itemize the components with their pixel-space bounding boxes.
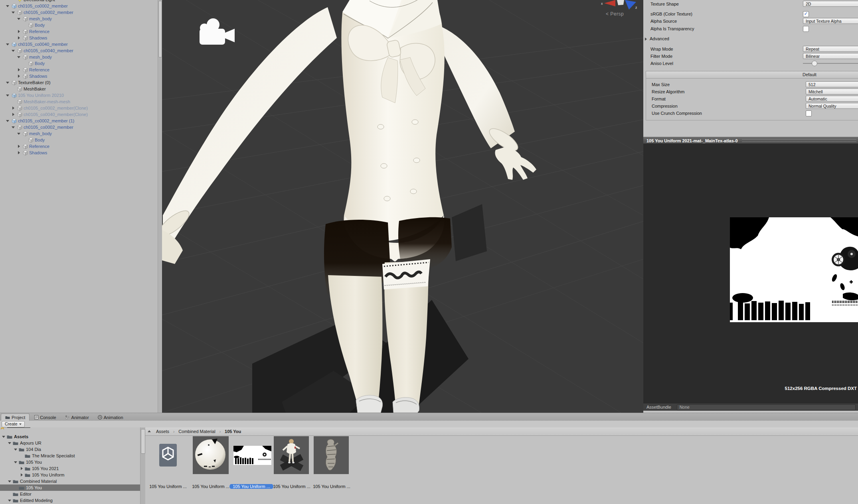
dropdown-compression[interactable]: Normal Quality: [806, 103, 858, 109]
project-folder-assets[interactable]: Assets: [0, 433, 142, 440]
hierarchy-item-directional-light[interactable]: Directional Light: [0, 0, 162, 3]
hierarchy-item-ch0105-co0002-member[interactable]: ch0105_co0002_member: [0, 3, 162, 9]
setting-label[interactable]: Advanced: [650, 36, 669, 41]
collapse-arrow-icon[interactable]: [146, 429, 152, 434]
project-folder-combined-material[interactable]: Combined Material: [0, 478, 145, 484]
asset-thumbnail-mesh-figure[interactable]: [314, 436, 349, 475]
asset-label[interactable]: 105 You Uniform ...: [146, 484, 190, 489]
expander-closed-icon[interactable]: [17, 36, 21, 40]
tab-console[interactable]: Console: [30, 414, 60, 421]
scene-view[interactable]: x z < Persp: [162, 0, 643, 413]
perspective-label[interactable]: < Persp: [606, 11, 624, 17]
hierarchy-item-ch0105-co0002-member-clone-[interactable]: ch0105_co0002_member(Clone): [0, 105, 162, 111]
scene-viewport[interactable]: x z: [162, 0, 643, 413]
favorites-item-clipped[interactable]: [0, 427, 30, 430]
dropdown-alpha-source[interactable]: Input Texture Alpha: [803, 18, 858, 24]
hierarchy-item-body[interactable]: Body: [0, 137, 162, 143]
checkbox-alpha-is-transparency[interactable]: [803, 26, 809, 32]
hierarchy-item-body[interactable]: Body: [0, 60, 162, 67]
asset-label[interactable]: 105 You Uniform ...: [270, 484, 314, 489]
expander-open-icon[interactable]: [8, 498, 12, 502]
project-folder-105-you-2021[interactable]: 105 You 2021: [0, 465, 145, 472]
tab-project[interactable]: Project: [1, 413, 30, 421]
expander-closed-icon[interactable]: [20, 467, 24, 471]
hierarchy-item-texturebaker-0-[interactable]: TextureBaker (0): [0, 79, 162, 86]
expander-closed-icon[interactable]: [17, 151, 21, 155]
hierarchy-item-mesh-body[interactable]: mesh_body: [0, 16, 162, 22]
expander-closed-icon[interactable]: [20, 473, 24, 477]
hierarchy-item-body[interactable]: Body: [0, 22, 162, 28]
hierarchy-item-reference[interactable]: Reference: [0, 67, 162, 73]
hierarchy-item-reference[interactable]: Reference: [0, 28, 162, 35]
expander-closed-icon[interactable]: [17, 68, 21, 72]
asset-label[interactable]: 105 You Uniform ...: [310, 484, 354, 489]
hierarchy-item-reference[interactable]: Reference: [0, 143, 162, 150]
scrollbar-thumb[interactable]: [158, 1, 162, 57]
hierarchy-item-meshbaker[interactable]: MeshBaker: [0, 86, 162, 92]
project-folder-105-you[interactable]: 105 You: [0, 459, 145, 465]
expander-open-icon[interactable]: [11, 10, 15, 14]
expander-open-icon[interactable]: [6, 4, 10, 8]
hierarchy-item-shadows[interactable]: Shadows: [0, 35, 162, 41]
preview-drag-handle[interactable]: [742, 139, 856, 142]
hierarchy-item-ch0105-co0040-member[interactable]: ch0105_co0040_member: [0, 47, 162, 54]
expander-open-icon[interactable]: [17, 17, 21, 21]
expander-open-icon[interactable]: [8, 479, 12, 483]
slider-track[interactable]: [803, 63, 858, 64]
expander-closed-icon[interactable]: [17, 74, 21, 78]
expander-open-icon[interactable]: [14, 460, 18, 464]
expander-closed-icon[interactable]: [17, 30, 21, 33]
scrollbar-thumb[interactable]: [141, 429, 145, 454]
breadcrumb-item-assets[interactable]: Assets: [156, 429, 169, 434]
preview-header[interactable]: 105 You Uniform 2021-mat-_MainTex-atlas-…: [643, 137, 858, 144]
asset-thumbnail-unity-asset[interactable]: [159, 444, 177, 467]
expander-open-icon[interactable]: [11, 49, 15, 53]
asset-label[interactable]: 105 You Uniform ...: [189, 484, 233, 489]
hierarchy-item-ch0105-co0002-member[interactable]: ch0105_co0002_member: [0, 9, 162, 16]
expander-open-icon[interactable]: [6, 93, 10, 97]
project-folder-aqours-ur[interactable]: Aqours UR: [0, 440, 145, 446]
dropdown-format[interactable]: Automatic: [806, 96, 858, 102]
expander-open-icon[interactable]: [11, 125, 15, 129]
asset-thumbnail-prefab-model[interactable]: [274, 436, 309, 475]
expander-open-icon[interactable]: [14, 447, 18, 451]
asset-thumbnail-material-sphere[interactable]: [193, 436, 229, 475]
project-folder-the-miracle-specialist[interactable]: The Miracle Specialist: [0, 453, 145, 459]
hierarchy-item-ch0105-co0040-member-clone-[interactable]: ch0105_co0040_member(Clone): [0, 111, 162, 118]
hierarchy-item-shadows[interactable]: Shadows: [0, 73, 162, 79]
foldout-arrow-icon[interactable]: [645, 37, 647, 41]
expander-open-icon[interactable]: [6, 119, 10, 123]
project-folder-editor[interactable]: Editor: [0, 491, 145, 497]
hierarchy-item-meshbaker-mesh-mesh[interactable]: MeshBaker-mesh-mesh: [0, 98, 162, 105]
slider-knob[interactable]: [812, 61, 817, 66]
asset-label[interactable]: 105 You Uniform ...: [229, 484, 273, 489]
dropdown-max-size[interactable]: 512: [806, 81, 858, 87]
checkbox-use-crunch-compression[interactable]: [806, 110, 812, 116]
expander-open-icon[interactable]: [8, 441, 12, 445]
hierarchy-item-mesh-body[interactable]: mesh_body: [0, 54, 162, 60]
tab-animator[interactable]: Animator: [61, 414, 93, 421]
create-button[interactable]: Create: [2, 421, 25, 427]
expander-open-icon[interactable]: [17, 55, 21, 59]
project-tree-scrollbar[interactable]: [140, 427, 145, 504]
breadcrumb-item-105-you[interactable]: 105 You: [225, 429, 241, 434]
dropdown-wrap-mode[interactable]: Repeat: [803, 46, 858, 52]
platform-tab-default[interactable]: Default: [803, 72, 816, 77]
expander-closed-icon[interactable]: [11, 112, 15, 116]
hierarchy-item-mesh-body[interactable]: mesh_body: [0, 130, 162, 137]
dropdown-resize-algorithm[interactable]: Mitchell: [806, 89, 858, 94]
hierarchy-item-ch0105-co0002-member-1-[interactable]: ch0105_co0002_member (1): [0, 118, 162, 124]
hierarchy-item-shadows[interactable]: Shadows: [0, 150, 162, 156]
dropdown-filter-mode[interactable]: Bilinear: [803, 53, 858, 59]
project-folder-105-you-uniform[interactable]: 105 You Uniform: [0, 472, 145, 478]
project-folder-editted-modeling[interactable]: Editted Modeling: [0, 497, 145, 504]
project-folder-104-dia[interactable]: 104 Dia: [0, 446, 145, 453]
expander-open-icon[interactable]: [6, 81, 10, 85]
dropdown-texture-shape[interactable]: 2D: [803, 1, 858, 7]
hierarchy-scrollbar[interactable]: [158, 0, 162, 413]
expander-closed-icon[interactable]: [11, 106, 15, 110]
expander-open-icon[interactable]: [17, 132, 21, 136]
checkbox-srgb-color-texture-[interactable]: ✓: [803, 11, 809, 17]
expander-open-icon[interactable]: [6, 42, 10, 46]
tab-animation[interactable]: Animation: [94, 414, 127, 421]
